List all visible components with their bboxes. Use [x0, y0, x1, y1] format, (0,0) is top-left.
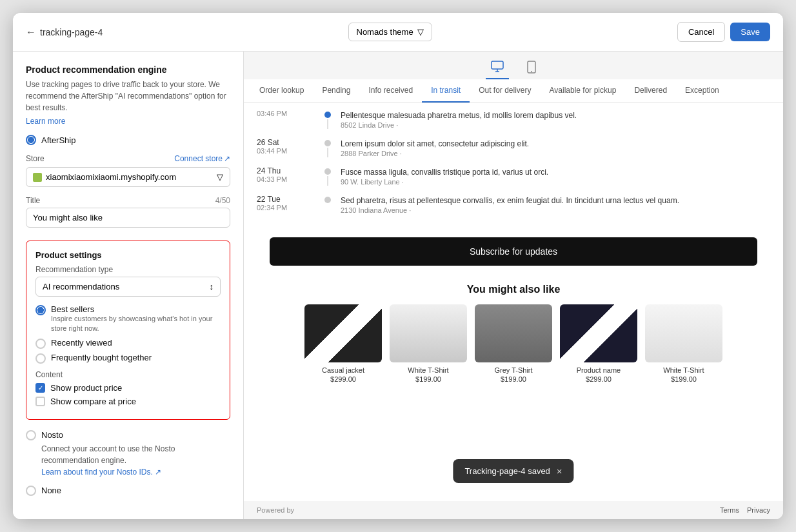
product-card-3[interactable]: Product name $299.00 [560, 304, 637, 383]
store-field-group: Store Connect store ↗ xiaomixiaomixiaomi… [26, 154, 230, 187]
timeline-day-2: 24 Thu [257, 166, 315, 175]
timeline-dot-col-2 [323, 166, 333, 186]
toast-message: Tracking-page-4 saved [464, 466, 550, 476]
title-input[interactable] [26, 208, 230, 228]
also-like-title: You might also like [257, 284, 770, 295]
learn-more-link[interactable]: Learn more [26, 117, 65, 126]
best-sellers-desc: Inspire customers by showcasing what's h… [51, 314, 221, 334]
timeline-line-1 [327, 148, 328, 157]
connect-store-link[interactable]: Connect store ↗ [174, 154, 230, 163]
terms-link[interactable]: Terms [720, 506, 739, 514]
store-select[interactable]: xiaomixiaomixiaomi.myshopify.com ▽ [26, 167, 230, 187]
show-price-checkbox[interactable]: ✓ Show product price [35, 383, 221, 393]
nav-exception[interactable]: Exception [676, 79, 728, 103]
nav-pending[interactable]: Pending [313, 79, 359, 103]
save-button[interactable]: Save [730, 23, 770, 41]
footer-links: Terms Privacy [720, 506, 770, 514]
show-compare-checkbox[interactable]: Show compare at price [35, 397, 221, 406]
rec-type-radio-group: Best sellers Inspire customers by showca… [35, 304, 221, 364]
timeline-dot-2 [324, 168, 331, 175]
privacy-link[interactable]: Privacy [747, 506, 770, 514]
connect-store-label: Connect store [174, 154, 223, 163]
back-arrow-icon: ← [26, 26, 36, 38]
product-name-0: Casual jacket [322, 366, 364, 374]
timeline-text-0: Pellentesque malesuada pharetra metus, i… [341, 110, 770, 129]
timeline-dot-0 [324, 112, 331, 118]
store-row: Store Connect store ↗ [26, 154, 230, 163]
timeline-dot-col-1 [323, 138, 333, 157]
nosto-link[interactable]: Learn about find your Nosto IDs. ↗ [41, 468, 230, 477]
svg-rect-0 [492, 61, 503, 69]
timeline-addr-1: 2888 Parker Drive · [341, 150, 770, 157]
store-value: xiaomixiaomixiaomi.myshopify.com [46, 172, 176, 182]
best-sellers-radio[interactable]: Best sellers Inspire customers by showca… [35, 304, 221, 334]
timeline-text-3: Sed pharetra, risus at pellentesque conv… [341, 195, 770, 214]
aftership-label: AfterShip [41, 135, 75, 145]
timeline-text-1: Lorem ipsum dolor sit amet, consectetur … [341, 138, 770, 157]
nav-available-for-pickup[interactable]: Available for pickup [541, 79, 626, 103]
product-name-3: Product name [577, 366, 621, 374]
timeline-day-1: 26 Sat [257, 138, 315, 147]
product-price-0: $299.00 [330, 375, 356, 383]
recently-viewed-radio[interactable]: Recently viewed [35, 338, 221, 349]
subscribe-wrapper: Subscribe for updates [244, 230, 783, 273]
nav-delivered[interactable]: Delivered [625, 79, 676, 103]
none-section[interactable]: None [26, 486, 230, 496]
timeline-item-2: 24 Thu 04:33 PM Fusce massa ligula, conv… [257, 166, 770, 186]
preview-wrapper: Order lookup Pending Info received In tr… [244, 52, 783, 519]
toast: Tracking-page-4 saved × [453, 459, 573, 483]
nav-info-received[interactable]: Info received [359, 79, 422, 103]
sidebar: Product recommendation engine Use tracki… [13, 52, 244, 519]
nosto-radio-row[interactable]: Nosto [26, 430, 230, 440]
product-card-2[interactable]: Grey T-Shirt $199.00 [475, 304, 552, 383]
timeline-addr-2: 90 W. Liberty Lane · [341, 178, 770, 186]
nav-in-transit[interactable]: In transit [422, 79, 470, 103]
frequently-bought-radio[interactable]: Frequently bought together [35, 353, 221, 364]
products-row: Casual jacket $299.00 White T-Shirt $199… [257, 304, 770, 383]
desktop-icon [491, 61, 504, 72]
timeline-time-2: 04:33 PM [257, 175, 315, 183]
engine-radio-group: AfterShip [26, 135, 230, 145]
cancel-button[interactable]: Cancel [677, 22, 725, 42]
recently-viewed-circle [35, 339, 46, 349]
desktop-tab[interactable] [486, 58, 509, 79]
preview-area: Order lookup Pending Info received In tr… [244, 52, 783, 519]
theme-dropdown[interactable]: Nomads theme ▽ [348, 23, 432, 41]
none-label: None [41, 486, 61, 495]
timeline-dot-col-3 [323, 195, 333, 214]
external-link-icon: ↗ [224, 154, 230, 163]
none-circle [26, 486, 36, 496]
nav-out-for-delivery[interactable]: Out for delivery [470, 79, 540, 103]
show-compare-label: Show compare at price [50, 397, 136, 406]
product-price-2: $199.00 [501, 375, 526, 383]
title-counter: 4/50 [215, 196, 230, 205]
mobile-tab[interactable] [522, 58, 541, 79]
timeline-line-2 [327, 176, 328, 186]
rec-type-select[interactable]: AI recommendations ↕ [35, 277, 221, 297]
product-image-2 [475, 304, 552, 362]
header-center: Nomads theme ▽ [103, 23, 677, 41]
nav-order-lookup[interactable]: Order lookup [250, 79, 313, 103]
svg-point-4 [531, 71, 532, 72]
nosto-link-label: Learn about find your Nosto IDs. [41, 468, 153, 477]
product-name-2: Grey T-Shirt [494, 366, 532, 374]
toast-close-button[interactable]: × [557, 466, 562, 477]
timeline-desc-0: Pellentesque malesuada pharetra metus, i… [341, 110, 770, 121]
product-card-0[interactable]: Casual jacket $299.00 [304, 304, 382, 383]
tracking-nav: Order lookup Pending Info received In tr… [244, 79, 783, 103]
device-tabs [244, 52, 783, 79]
back-button[interactable]: ← tracking-page-4 [26, 26, 103, 38]
subscribe-button[interactable]: Subscribe for updates [270, 237, 757, 266]
title-field-group: Title 4/50 [26, 196, 230, 228]
aftership-radio[interactable]: AfterShip [26, 135, 230, 145]
timeline-desc-3: Sed pharetra, risus at pellentesque conv… [341, 195, 770, 206]
nosto-label: Nosto [41, 430, 63, 440]
product-card-4[interactable]: White T-Shirt $199.00 [645, 304, 722, 383]
page-title: tracking-page-4 [40, 27, 103, 37]
product-card-1[interactable]: White T-Shirt $199.00 [390, 304, 467, 383]
tracking-content: 03:46 PM Pellentesque malesuada pharetra… [244, 103, 783, 501]
store-icon [33, 173, 42, 182]
timeline-wrapper: 03:46 PM Pellentesque malesuada pharetra… [244, 103, 783, 230]
show-price-box: ✓ [35, 383, 45, 393]
mobile-icon [527, 61, 536, 74]
